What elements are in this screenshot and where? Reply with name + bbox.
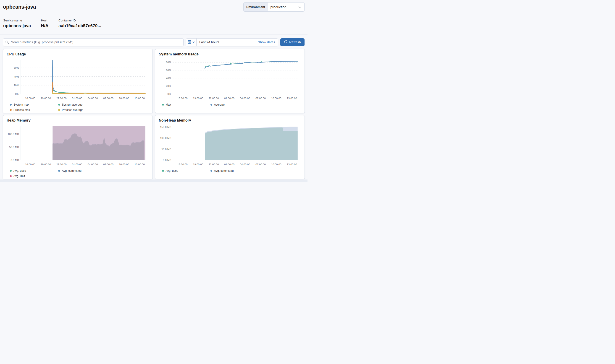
heap-memory-panel: Heap Memory 0.0 MB50.0 MB100.0 MB16:00:0… bbox=[3, 115, 153, 179]
svg-text:13:00:00: 13:00:00 bbox=[135, 97, 145, 100]
cpu-usage-chart: 0%20%40%60%16:00:0019:00:0022:00:0001:00… bbox=[7, 59, 148, 101]
refresh-label: Refresh bbox=[289, 40, 301, 44]
legend-label: System average bbox=[62, 103, 82, 106]
date-range-display[interactable]: Last 24 hours bbox=[197, 39, 255, 46]
svg-text:22:00:00: 22:00:00 bbox=[56, 97, 67, 100]
chart-title: Non-Heap Memory bbox=[159, 118, 301, 122]
legend-label: Max bbox=[166, 103, 171, 106]
page-title: opbeans-java bbox=[3, 4, 36, 10]
svg-text:01:00:00: 01:00:00 bbox=[72, 97, 82, 100]
svg-text:40%: 40% bbox=[14, 75, 19, 78]
show-dates-button[interactable]: Show dates bbox=[255, 39, 278, 46]
legend-dot-icon bbox=[58, 109, 60, 111]
svg-text:19:00:00: 19:00:00 bbox=[193, 163, 203, 166]
legend-dot-icon bbox=[10, 104, 12, 106]
svg-text:07:00:00: 07:00:00 bbox=[255, 97, 266, 100]
svg-text:16:00:00: 16:00:00 bbox=[177, 97, 187, 100]
legend-item[interactable]: System average bbox=[58, 103, 107, 106]
svg-text:40%: 40% bbox=[166, 77, 171, 80]
svg-text:100.0 MB: 100.0 MB bbox=[8, 133, 19, 135]
svg-text:10:00:00: 10:00:00 bbox=[271, 97, 281, 100]
page-bottom-strip bbox=[0, 180, 307, 182]
svg-text:22:00:00: 22:00:00 bbox=[208, 163, 219, 166]
svg-text:04:00:00: 04:00:00 bbox=[240, 163, 250, 166]
stat-service-name: Service name opbeans-java bbox=[3, 19, 31, 34]
svg-text:150.0 MB: 150.0 MB bbox=[160, 126, 171, 128]
stat-value: aab19ca1cb57e670... bbox=[58, 23, 101, 28]
svg-text:13:00:00: 13:00:00 bbox=[287, 97, 297, 100]
chevron-down-icon bbox=[192, 40, 195, 44]
svg-text:100.0 MB: 100.0 MB bbox=[160, 137, 171, 139]
svg-text:07:00:00: 07:00:00 bbox=[103, 97, 113, 100]
svg-text:0%: 0% bbox=[15, 93, 19, 95]
legend-label: Avg. committed bbox=[62, 169, 82, 172]
svg-text:04:00:00: 04:00:00 bbox=[240, 97, 250, 100]
search-field-wrap bbox=[3, 38, 184, 46]
metrics-grid: CPU usage 0%20%40%60%16:00:0019:00:0022:… bbox=[0, 46, 307, 179]
stat-label: Container ID bbox=[58, 19, 101, 22]
app-header: opbeans-java Environment production bbox=[0, 0, 307, 14]
svg-text:16:00:00: 16:00:00 bbox=[25, 163, 35, 166]
svg-text:10:00:00: 10:00:00 bbox=[271, 163, 281, 166]
metrics-toolbar: Last 24 hours Show dates Refresh bbox=[0, 34, 307, 46]
cpu-usage-panel: CPU usage 0%20%40%60%16:00:0019:00:0022:… bbox=[3, 49, 153, 113]
stat-label: Service name bbox=[3, 19, 31, 22]
stat-container-id: Container ID aab19ca1cb57e670... bbox=[58, 19, 101, 34]
legend-dot-icon bbox=[10, 170, 12, 172]
svg-text:16:00:00: 16:00:00 bbox=[25, 97, 35, 100]
svg-text:60%: 60% bbox=[14, 66, 19, 69]
svg-text:04:00:00: 04:00:00 bbox=[88, 163, 98, 166]
svg-text:60%: 60% bbox=[166, 69, 171, 72]
svg-text:22:00:00: 22:00:00 bbox=[208, 97, 219, 100]
legend-label: Process average bbox=[62, 108, 83, 112]
legend-item[interactable]: Process average bbox=[58, 108, 107, 112]
svg-text:80%: 80% bbox=[166, 61, 171, 64]
environment-select[interactable]: Environment production bbox=[243, 2, 304, 12]
svg-text:20%: 20% bbox=[166, 85, 171, 87]
legend-label: Avg. committed bbox=[214, 169, 234, 172]
chevron-down-icon bbox=[298, 2, 304, 11]
legend-dot-icon bbox=[58, 170, 60, 172]
legend-label: Avg. used bbox=[166, 169, 178, 172]
legend-item[interactable]: Avg. committed bbox=[58, 169, 107, 172]
date-picker: Last 24 hours Show dates bbox=[186, 38, 278, 46]
svg-text:13:00:00: 13:00:00 bbox=[287, 163, 297, 166]
refresh-button[interactable]: Refresh bbox=[280, 38, 304, 46]
environment-label: Environment bbox=[244, 2, 268, 11]
system-memory-usage-panel: System memory usage 0%20%40%60%80%16:00:… bbox=[155, 49, 305, 113]
legend-item[interactable]: Average bbox=[210, 103, 259, 106]
svg-text:01:00:00: 01:00:00 bbox=[224, 97, 234, 100]
svg-text:22:00:00: 22:00:00 bbox=[56, 163, 67, 166]
chart-legend: Avg. usedAvg. committedAvg. limit bbox=[7, 169, 149, 180]
legend-item[interactable]: Avg. committed bbox=[210, 169, 259, 172]
legend-label: Avg. limit bbox=[14, 174, 25, 178]
svg-text:10:00:00: 10:00:00 bbox=[119, 163, 129, 166]
legend-item[interactable]: Avg. limit bbox=[10, 174, 58, 178]
svg-text:0.0 MB: 0.0 MB bbox=[11, 159, 19, 161]
legend-dot-icon bbox=[210, 104, 212, 106]
legend-item[interactable]: Max bbox=[162, 103, 210, 106]
svg-text:50.0 MB: 50.0 MB bbox=[161, 148, 171, 151]
legend-dot-icon bbox=[210, 170, 212, 172]
legend-label: Avg. used bbox=[14, 169, 26, 172]
legend-item[interactable]: Process max bbox=[10, 108, 58, 112]
legend-dot-icon bbox=[162, 170, 164, 172]
svg-text:04:00:00: 04:00:00 bbox=[88, 97, 98, 100]
svg-text:19:00:00: 19:00:00 bbox=[193, 97, 203, 100]
legend-dot-icon bbox=[10, 109, 12, 111]
svg-text:07:00:00: 07:00:00 bbox=[255, 163, 266, 166]
legend-item[interactable]: Avg. used bbox=[10, 169, 58, 172]
svg-text:13:00:00: 13:00:00 bbox=[135, 163, 145, 166]
svg-text:16:00:00: 16:00:00 bbox=[177, 163, 187, 166]
svg-text:19:00:00: 19:00:00 bbox=[41, 97, 51, 100]
legend-label: System max bbox=[14, 103, 29, 106]
chart-legend: System maxSystem averageProcess maxProce… bbox=[7, 103, 149, 114]
legend-dot-icon bbox=[162, 104, 164, 106]
legend-item[interactable]: System max bbox=[10, 103, 58, 106]
svg-text:01:00:00: 01:00:00 bbox=[72, 163, 82, 166]
legend-item[interactable]: Avg. used bbox=[162, 169, 210, 172]
svg-text:01:00:00: 01:00:00 bbox=[224, 163, 234, 166]
date-picker-quick-menu-button[interactable] bbox=[186, 39, 197, 46]
search-input[interactable] bbox=[3, 38, 184, 46]
non-heap-memory-chart: 0.0 MB50.0 MB100.0 MB150.0 MB16:00:0019:… bbox=[159, 125, 301, 167]
